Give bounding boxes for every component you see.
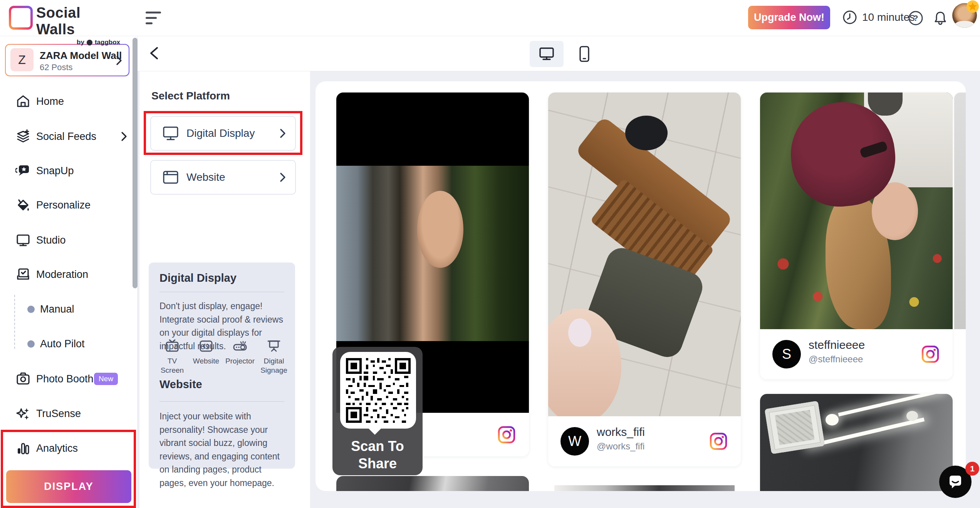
help-icon[interactable]: ? — [908, 10, 924, 26]
info-website-text: Inject your website with personality! Sh… — [159, 410, 287, 489]
sidebar-item-manual[interactable]: Manual — [0, 292, 137, 326]
instagram-icon[interactable] — [709, 432, 728, 451]
sidebar-item-personalize[interactable]: Personalize — [0, 188, 137, 222]
channel-label: Projector — [225, 357, 255, 366]
post-card-ceiling[interactable] — [760, 394, 953, 491]
brand-byline: by taggbox — [36, 39, 120, 46]
sidebar-item-label: Auto Pilot — [40, 338, 85, 350]
social-walls-logo-icon — [8, 5, 33, 30]
sidebar-item-home[interactable]: Home — [0, 84, 137, 119]
sidebar-item-analytics[interactable]: Analytics — [0, 431, 137, 466]
post-footer: W works_fifi @works_fifi — [548, 416, 741, 466]
post-user-avatar: S — [772, 340, 801, 368]
sidebar-item-label: Moderation — [36, 269, 88, 281]
upgrade-now-button[interactable]: Upgrade Now! — [748, 6, 830, 29]
post-card-works-fifi[interactable]: W works_fifi @works_fifi — [548, 93, 741, 466]
trial-time-text: 10 minutes — [862, 11, 915, 24]
wall-name: ZARA Model Wall — [40, 50, 122, 62]
browser-window-icon — [162, 168, 180, 186]
bullet-icon — [27, 306, 35, 313]
channel-tv-screen: TV Screen — [156, 339, 189, 375]
preview-header — [138, 36, 980, 71]
taggbox-dot-icon — [87, 40, 92, 45]
wall-posts-count: 62 Posts — [40, 62, 73, 72]
notifications-bell-icon[interactable] — [932, 10, 948, 26]
tv-icon — [165, 339, 180, 353]
platform-option-label: Website — [186, 171, 225, 183]
post-user-avatar: W — [560, 427, 589, 456]
select-platform-title: Select Platform — [151, 90, 230, 102]
clock-icon — [842, 10, 858, 25]
chevron-right-icon — [279, 128, 287, 139]
post-image — [760, 394, 953, 491]
byline-prefix: by — [77, 39, 84, 46]
sidebar-item-social-feeds[interactable]: Social Feeds — [0, 119, 137, 154]
channel-projector: Projector — [223, 339, 257, 375]
sidebar-item-studio[interactable]: Studio — [0, 223, 137, 257]
byline-brand: taggbox — [95, 39, 120, 46]
sidebar-item-label: Personalize — [36, 199, 91, 211]
sidebar: Z ZARA Model Wall 62 Posts Home Social F… — [0, 36, 138, 508]
sidebar-item-label: SnapUp — [36, 165, 74, 177]
sidebar-item-auto-pilot[interactable]: Auto Pilot — [0, 326, 137, 361]
wall-selector-card[interactable]: Z ZARA Model Wall 62 Posts — [5, 44, 129, 76]
mobile-preview-toggle[interactable] — [572, 41, 597, 67]
monitor-icon — [15, 232, 31, 248]
post-user-name: steffnieeee — [809, 338, 865, 352]
sidebar-item-photo-booth[interactable]: Photo Booth New — [0, 362, 137, 396]
layers-plus-icon — [15, 129, 31, 144]
platform-option-digital-display[interactable]: Digital Display — [150, 116, 296, 151]
display-button[interactable]: DISPLAY — [6, 470, 131, 503]
bullet-icon — [27, 340, 35, 348]
info-website-title: Website — [159, 378, 202, 391]
post-image — [548, 93, 741, 416]
divider — [159, 292, 284, 292]
instagram-icon[interactable] — [921, 345, 940, 363]
platform-info-box: Digital Display Don't just display, enga… — [149, 262, 295, 469]
channel-label: Digital Signage — [257, 357, 290, 375]
platform-option-label: Digital Display — [186, 127, 255, 140]
paint-bucket-icon — [15, 197, 31, 213]
top-bar: Social Walls by taggbox Upgrade Now! 10 … — [0, 0, 980, 36]
sidebar-item-label: Home — [36, 96, 64, 108]
channel-digital-signage: Digital Signage — [257, 339, 290, 375]
home-icon — [15, 94, 31, 109]
trial-timer: 10 minutes — [842, 10, 915, 25]
wall-avatar: Z — [10, 48, 34, 71]
chat-star-icon — [15, 163, 31, 178]
sidebar-item-trusense[interactable]: TruSense — [0, 396, 137, 431]
sidebar-item-moderation[interactable]: Moderation — [0, 257, 137, 292]
instagram-icon[interactable] — [497, 426, 516, 444]
sidebar-item-label: Analytics — [36, 442, 78, 454]
post-user-handle: @works_fifi — [597, 441, 644, 452]
chat-unread-badge: 1 — [965, 462, 979, 476]
new-badge: New — [94, 373, 118, 385]
channel-label: TV Screen — [156, 357, 189, 375]
monitor-icon — [162, 124, 180, 142]
chat-bubble-icon — [947, 474, 963, 490]
back-arrow-icon[interactable] — [147, 45, 163, 61]
post-card-partial[interactable] — [548, 480, 741, 491]
hamburger-menu-icon[interactable] — [146, 12, 163, 26]
sidebar-item-label: Social Feeds — [36, 131, 96, 143]
channel-list: TV Screen Website Projector — [156, 339, 290, 375]
platform-option-website[interactable]: Website — [150, 160, 296, 195]
info-digital-display-title: Digital Display — [159, 272, 237, 284]
sparkles-icon — [15, 406, 31, 421]
channel-website: Website — [190, 339, 223, 375]
sidebar-item-snapup[interactable]: SnapUp — [0, 153, 137, 188]
post-card-partial[interactable] — [336, 476, 529, 491]
user-avatar[interactable] — [952, 3, 977, 28]
post-card-steffnieeee[interactable]: S steffnieeee @steffnieeee — [760, 93, 953, 379]
post-image — [760, 93, 953, 329]
code-window-icon — [199, 339, 213, 353]
star-badge-icon — [966, 0, 979, 13]
divider — [159, 401, 284, 402]
sidebar-item-label: Photo Booth — [36, 373, 94, 385]
svg-text:?: ? — [913, 14, 918, 22]
post-user-handle: @steffnieeee — [809, 354, 863, 365]
chevron-right-icon — [115, 55, 123, 66]
post-user-name: works_fifi — [597, 426, 645, 439]
projector-icon — [233, 339, 247, 353]
desktop-preview-toggle[interactable] — [530, 41, 564, 67]
